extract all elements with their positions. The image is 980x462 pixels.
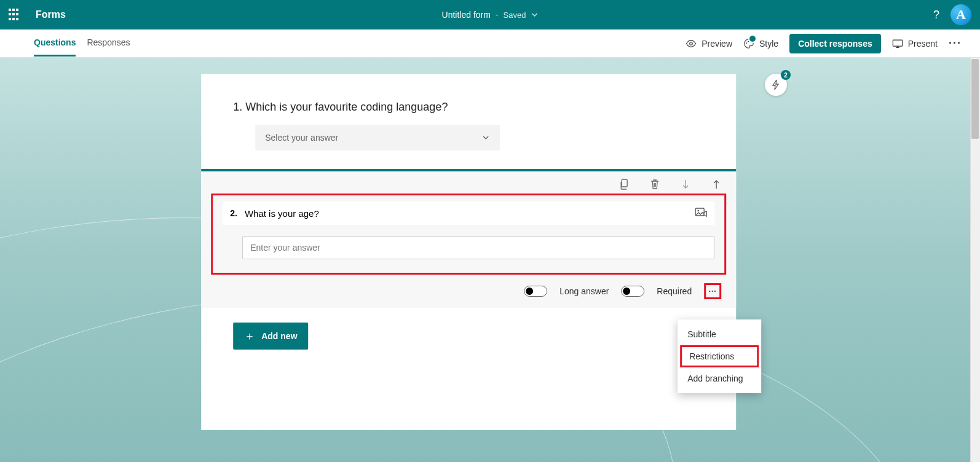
add-new-button[interactable]: ＋ Add new: [233, 323, 308, 350]
question-more-menu: Subtitle Restrictions Add branching: [678, 319, 761, 393]
scrollbar-thumb[interactable]: [971, 59, 979, 139]
long-answer-label: Long answer: [559, 286, 609, 296]
tab-responses[interactable]: Responses: [87, 30, 130, 57]
suggestions-count: 2: [781, 70, 791, 80]
question-2-answer-field: [242, 236, 714, 259]
chevron-down-icon: [481, 133, 490, 142]
question-2-header[interactable]: 2. What is your age?: [223, 202, 714, 225]
present-button[interactable]: Present: [892, 38, 938, 49]
style-button[interactable]: Style: [743, 38, 778, 49]
question-2-highlight: 2. What is your age?: [211, 194, 726, 275]
palette-icon: [743, 38, 754, 49]
answer-input[interactable]: [242, 236, 714, 259]
move-up-icon[interactable]: [710, 179, 722, 190]
collect-responses-button[interactable]: Collect responses: [789, 34, 881, 53]
question-1-title[interactable]: 1. Which is your favourite coding langua…: [233, 101, 704, 114]
suggestions-button[interactable]: 2: [765, 74, 787, 96]
preview-label: Preview: [701, 39, 732, 49]
app-launcher-icon[interactable]: [9, 9, 21, 21]
question-2-editor: 2. What is your age? Long answer Require…: [201, 169, 736, 308]
dropdown-placeholder: Select your answer: [265, 133, 338, 143]
present-icon: [892, 38, 903, 49]
svg-point-7: [697, 210, 699, 212]
add-new-label: Add new: [261, 331, 297, 341]
document-title-group[interactable]: Untitled form - Saved: [442, 10, 539, 20]
preview-button[interactable]: Preview: [686, 38, 732, 49]
app-name[interactable]: Forms: [36, 9, 66, 20]
question-2-text[interactable]: What is your age?: [245, 208, 687, 219]
save-status: Saved: [504, 10, 526, 20]
question-1: 1. Which is your favourite coding langua…: [233, 101, 704, 151]
menu-restrictions[interactable]: Restrictions: [680, 345, 759, 367]
question-actions: [211, 171, 726, 194]
title-separator: -: [496, 10, 499, 20]
move-down-icon[interactable]: [679, 179, 692, 190]
help-icon[interactable]: ?: [933, 9, 939, 22]
app-header: Forms Untitled form - Saved ? A: [0, 0, 980, 29]
menu-add-branching[interactable]: Add branching: [678, 367, 761, 390]
lightning-icon: [771, 79, 781, 90]
chevron-down-icon[interactable]: [531, 11, 538, 18]
delete-icon[interactable]: [649, 179, 661, 190]
document-title: Untitled form: [442, 10, 491, 20]
canvas-background: 2 1. Which is your favourite coding lang…: [0, 58, 980, 462]
question-2-footer: Long answer Required ···: [211, 275, 726, 308]
svg-rect-5: [622, 179, 627, 187]
svg-point-1: [746, 42, 748, 44]
question-2-number: 2.: [230, 208, 237, 218]
tab-questions[interactable]: Questions: [34, 30, 76, 57]
present-label: Present: [908, 39, 938, 49]
style-notification-badge: [748, 34, 757, 43]
insert-media-icon[interactable]: [695, 208, 707, 219]
required-label: Required: [657, 286, 692, 296]
style-label: Style: [759, 39, 778, 49]
eye-icon: [686, 38, 697, 49]
more-options-icon[interactable]: ···: [949, 37, 962, 50]
question-more-button[interactable]: ···: [704, 283, 721, 299]
scrollbar[interactable]: [970, 58, 980, 462]
collect-label: Collect responses: [798, 39, 872, 49]
svg-point-0: [690, 42, 693, 45]
user-avatar[interactable]: A: [950, 4, 971, 25]
copy-icon[interactable]: [618, 179, 630, 190]
required-toggle[interactable]: [621, 286, 644, 297]
question-1-dropdown[interactable]: Select your answer: [255, 125, 500, 151]
menu-subtitle[interactable]: Subtitle: [678, 323, 761, 345]
long-answer-toggle[interactable]: [524, 286, 547, 297]
form-card: 1. Which is your favourite coding langua…: [201, 74, 736, 430]
plus-icon: ＋: [244, 329, 255, 343]
svg-rect-4: [893, 40, 902, 46]
toolbar: Questions Responses Preview Style Collec…: [0, 29, 980, 58]
